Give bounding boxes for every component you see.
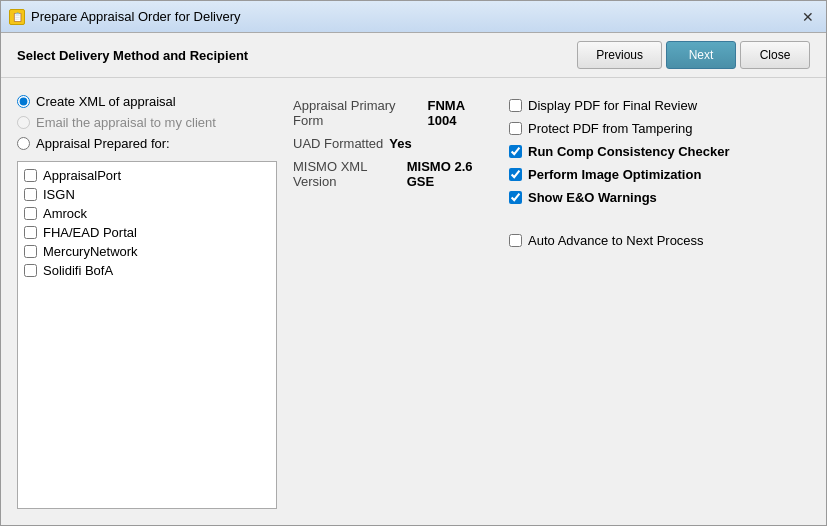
checkbox-amrock[interactable]: Amrock [24, 206, 270, 221]
check-display-pdf-input[interactable] [509, 99, 522, 112]
check-auto-advance-input[interactable] [509, 234, 522, 247]
checkbox-solidifi[interactable]: Solidifi BofA [24, 263, 270, 278]
info-uad: UAD Formatted Yes [293, 136, 493, 151]
right-panel: Display PDF for Final Review Protect PDF… [509, 94, 810, 509]
checkbox-amrock-input[interactable] [24, 207, 37, 220]
check-protect-pdf[interactable]: Protect PDF from Tampering [509, 121, 810, 136]
check-eo-warnings-input[interactable] [509, 191, 522, 204]
app-icon: 📋 [9, 9, 25, 25]
checkbox-mercury-input[interactable] [24, 245, 37, 258]
check-display-pdf[interactable]: Display PDF for Final Review [509, 98, 810, 113]
next-button[interactable]: Next [666, 41, 736, 69]
title-bar: 📋 Prepare Appraisal Order for Delivery ✕ [1, 1, 826, 33]
radio-create-xml-input[interactable] [17, 95, 30, 108]
checkbox-fha-ead[interactable]: FHA/EAD Portal [24, 225, 270, 240]
checkbox-appraisalport-input[interactable] [24, 169, 37, 182]
header-buttons: Previous Next Close [577, 41, 810, 69]
middle-panel: Appraisal Primary Form FNMA 1004 UAD For… [293, 94, 493, 509]
radio-email[interactable]: Email the appraisal to my client [17, 115, 277, 130]
check-image-opt[interactable]: Perform Image Optimization [509, 167, 810, 182]
check-run-comp[interactable]: Run Comp Consistency Checker [509, 144, 810, 159]
title-bar-left: 📋 Prepare Appraisal Order for Delivery [9, 9, 241, 25]
checkbox-solidifi-input[interactable] [24, 264, 37, 277]
left-panel: Create XML of appraisal Email the apprai… [17, 94, 277, 509]
checkbox-isgn-input[interactable] [24, 188, 37, 201]
radio-create-xml[interactable]: Create XML of appraisal [17, 94, 277, 109]
radio-prepared-for[interactable]: Appraisal Prepared for: [17, 136, 277, 151]
close-button[interactable]: Close [740, 41, 810, 69]
content-area: Create XML of appraisal Email the apprai… [1, 78, 826, 525]
radio-prepared-for-input[interactable] [17, 137, 30, 150]
dialog-title: Prepare Appraisal Order for Delivery [31, 9, 241, 24]
radio-email-input[interactable] [17, 116, 30, 129]
spacer [509, 213, 810, 225]
previous-button[interactable]: Previous [577, 41, 662, 69]
info-primary-form: Appraisal Primary Form FNMA 1004 [293, 98, 493, 128]
info-mismo: MISMO XML Version MISMO 2.6 GSE [293, 159, 493, 189]
checkbox-fha-ead-input[interactable] [24, 226, 37, 239]
check-eo-warnings[interactable]: Show E&O Warnings [509, 190, 810, 205]
header-bar: Select Delivery Method and Recipient Pre… [1, 33, 826, 78]
close-x-button[interactable]: ✕ [798, 7, 818, 27]
header-title: Select Delivery Method and Recipient [17, 48, 248, 63]
check-protect-pdf-input[interactable] [509, 122, 522, 135]
check-auto-advance[interactable]: Auto Advance to Next Process [509, 233, 810, 248]
check-run-comp-input[interactable] [509, 145, 522, 158]
checkbox-mercury[interactable]: MercuryNetwork [24, 244, 270, 259]
dialog: 📋 Prepare Appraisal Order for Delivery ✕… [0, 0, 827, 526]
check-image-opt-input[interactable] [509, 168, 522, 181]
recipient-list: AppraisalPort ISGN Amrock FHA/EAD Portal… [17, 161, 277, 509]
checkbox-isgn[interactable]: ISGN [24, 187, 270, 202]
checkbox-appraisalport[interactable]: AppraisalPort [24, 168, 270, 183]
